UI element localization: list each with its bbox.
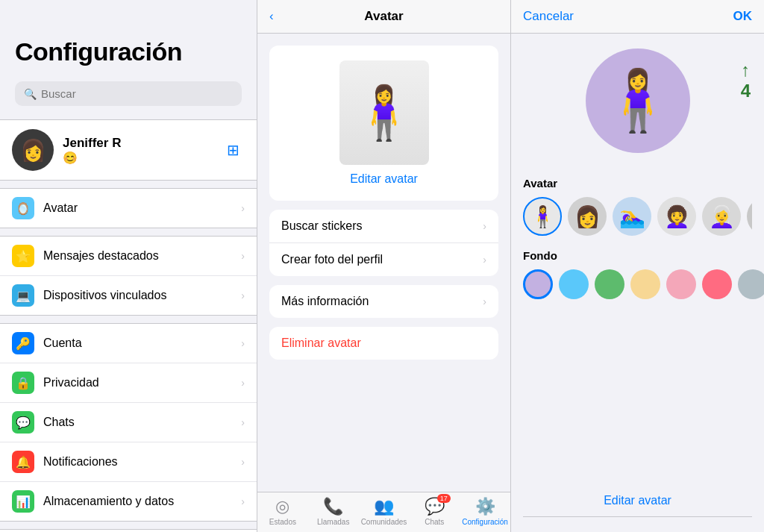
settings-item-avatar[interactable]: 🪞 Avatar › ← 2 xyxy=(0,189,257,228)
starred-label: Mensajes destacados xyxy=(43,249,232,263)
tab-comunidades-2[interactable]: 👥 Comunidades xyxy=(359,497,410,526)
avatar-thumb-2[interactable]: 🏊‍♀️ xyxy=(613,197,651,236)
avatar-preview-card: 🧍‍♀️ Editar avatar xyxy=(269,46,498,201)
tab-configuracion-2[interactable]: ⚙️ Configuración xyxy=(460,497,510,526)
tab-comunidades-label-2: Comunidades xyxy=(361,518,407,526)
search-bar[interactable]: 🔍 xyxy=(15,81,242,106)
picker-edit-avatar-link[interactable]: Editar avatar xyxy=(511,485,764,516)
profile-photo-label: Crear foto del perfil xyxy=(281,253,477,266)
tab-estados-label-2: Estados xyxy=(269,518,296,526)
avatar-section-label: Avatar xyxy=(523,177,752,190)
back-button[interactable]: ‹ xyxy=(269,9,274,24)
picker-panel: Cancelar OK ↑ 4 🧍‍♀️ Avatar 🧍‍♀️ 👩 🏊‍♀️ … xyxy=(511,0,764,532)
profile-emoji: 😊 xyxy=(63,151,212,165)
settings-item-privacy[interactable]: 🔒 Privacidad › xyxy=(0,363,257,403)
avatar-thumb-4[interactable]: 👩‍🦳 xyxy=(702,197,741,236)
devices-icon: 💻 xyxy=(12,284,34,307)
settings-item-account[interactable]: 🔑 Cuenta › xyxy=(0,324,257,363)
privacy-label: Privacidad xyxy=(43,376,232,389)
avatar-menu-profile-photo[interactable]: Crear foto del perfil › 3 ← xyxy=(269,243,498,276)
avatar-content: 🧍‍♀️ Editar avatar Buscar stickers › Cre… xyxy=(257,34,510,492)
picker-avatar-section: Avatar 🧍‍♀️ 👩 🏊‍♀️ 👩‍🦱 👩‍🦳 🧑 👤 xyxy=(511,168,764,240)
stickers-label: Buscar stickers xyxy=(281,219,477,233)
more-label: Más información xyxy=(281,295,477,308)
qr-icon[interactable]: ⊞ xyxy=(221,138,245,162)
delete-avatar-button[interactable]: Eliminar avatar xyxy=(269,327,498,360)
tab-chats-2[interactable]: 💬 17 Chats xyxy=(409,497,460,526)
settings-item-storage[interactable]: 📊 Almacenamiento y datos › xyxy=(0,482,257,521)
tab-llamadas-2[interactable]: 📞 Llamadas xyxy=(308,497,359,526)
avatar-thumbs-row: 🧍‍♀️ 👩 🏊‍♀️ 👩‍🦱 👩‍🦳 🧑 👤 xyxy=(523,197,752,236)
settings-section-bottom: 🔑 Cuenta › 🔒 Privacidad › 💬 Chats › 🔔 No… xyxy=(0,323,257,522)
settings-section-mid: ⭐ Mensajes destacados › 💻 Dispositivos v… xyxy=(0,236,257,316)
color-0[interactable] xyxy=(523,269,553,299)
color-3[interactable] xyxy=(630,269,660,299)
picker-preview: 🧍‍♀️ xyxy=(511,34,764,168)
colors-row xyxy=(523,269,752,299)
storage-label: Almacenamiento y datos xyxy=(43,495,232,508)
cancel-button[interactable]: Cancelar xyxy=(523,9,574,24)
avatar: 👩 xyxy=(12,129,54,171)
settings-item-notifications[interactable]: 🔔 Notificaciones › xyxy=(0,442,257,482)
color-1[interactable] xyxy=(559,269,589,299)
avatar-menu-more[interactable]: Más información › xyxy=(269,285,498,318)
estados-icon-2: ◎ xyxy=(275,497,289,516)
notifications-label: Notificaciones xyxy=(43,455,232,469)
chats-label: Chats xyxy=(43,416,232,429)
color-5[interactable] xyxy=(702,269,732,299)
color-2[interactable] xyxy=(595,269,624,299)
chevron-icon: › xyxy=(241,290,245,301)
chevron-icon: › xyxy=(241,416,245,428)
chevron-icon: › xyxy=(241,202,245,214)
picker-header: Cancelar OK xyxy=(511,0,764,34)
settings-section-top: 🪞 Avatar › ← 2 xyxy=(0,188,257,228)
settings-item-starred[interactable]: ⭐ Mensajes destacados › xyxy=(0,237,257,276)
chats-badge-wrapper-2: 💬 17 xyxy=(425,497,445,516)
avatar-thumb-1[interactable]: 👩 xyxy=(568,197,607,236)
picker-background-section: Fondo xyxy=(511,240,764,304)
tab-estados-2[interactable]: ◎ Estados xyxy=(257,497,308,526)
tab-bar-avatar: ◎ Estados 📞 Llamadas 👥 Comunidades 💬 17 … xyxy=(257,492,510,532)
avatar-figure: 🧍‍♀️ xyxy=(339,60,429,165)
chats-badge-2: 17 xyxy=(437,494,451,503)
configuracion-icon-2: ⚙️ xyxy=(475,497,495,516)
tab-configuracion-label-2: Configuración xyxy=(462,518,508,526)
settings-section-help: ℹ️ Ayuda › xyxy=(0,529,257,532)
avatar-thumb-0[interactable]: 🧍‍♀️ xyxy=(523,197,562,236)
avatar-header: ‹ Avatar xyxy=(257,0,510,34)
chevron-icon: › xyxy=(241,456,245,468)
color-4[interactable] xyxy=(666,269,696,299)
account-icon: 🔑 xyxy=(12,332,34,354)
chevron-icon: › xyxy=(241,495,245,507)
avatar-panel-title: Avatar xyxy=(364,9,403,24)
avatar-thumb-5[interactable]: 🧑 xyxy=(747,197,752,236)
tab-chats-label-2: Chats xyxy=(425,518,444,526)
profile-name: Jeniffer R xyxy=(63,136,212,151)
picker-avatar-preview: 🧍‍♀️ xyxy=(586,48,690,153)
avatar-thumb-3[interactable]: 👩‍🦱 xyxy=(657,197,696,236)
settings-header: Configuración xyxy=(0,0,257,74)
starred-icon: ⭐ xyxy=(12,245,34,267)
profile-row[interactable]: 👩 Jeniffer R 😊 ⊞ xyxy=(0,119,257,181)
settings-item-chats[interactable]: 💬 Chats › xyxy=(0,403,257,442)
search-input[interactable] xyxy=(41,87,233,100)
avatar-more-card: Más información › xyxy=(269,285,498,318)
avatar-menu-stickers[interactable]: Buscar stickers › xyxy=(269,210,498,243)
account-label: Cuenta xyxy=(43,337,232,350)
avatar-panel: ‹ Avatar 🧍‍♀️ Editar avatar Buscar stick… xyxy=(257,0,511,532)
settings-item-devices[interactable]: 💻 Dispositivos vinculados › xyxy=(0,276,257,315)
comunidades-icon-2: 👥 xyxy=(374,497,394,516)
notifications-icon: 🔔 xyxy=(12,451,34,473)
avatar-delete-card: Eliminar avatar xyxy=(269,327,498,360)
search-icon: 🔍 xyxy=(24,88,37,100)
edit-avatar-link[interactable]: Editar avatar xyxy=(350,172,418,186)
tab-llamadas-label-2: Llamadas xyxy=(317,518,349,526)
chevron-icon: › xyxy=(483,254,486,266)
chats-icon: 💬 xyxy=(12,411,34,434)
background-section-label: Fondo xyxy=(523,249,752,262)
color-6[interactable] xyxy=(738,269,764,299)
llamadas-icon-2: 📞 xyxy=(323,497,343,516)
ok-button[interactable]: OK xyxy=(733,9,752,24)
bottom-spacer xyxy=(511,517,764,532)
storage-icon: 📊 xyxy=(12,490,34,513)
